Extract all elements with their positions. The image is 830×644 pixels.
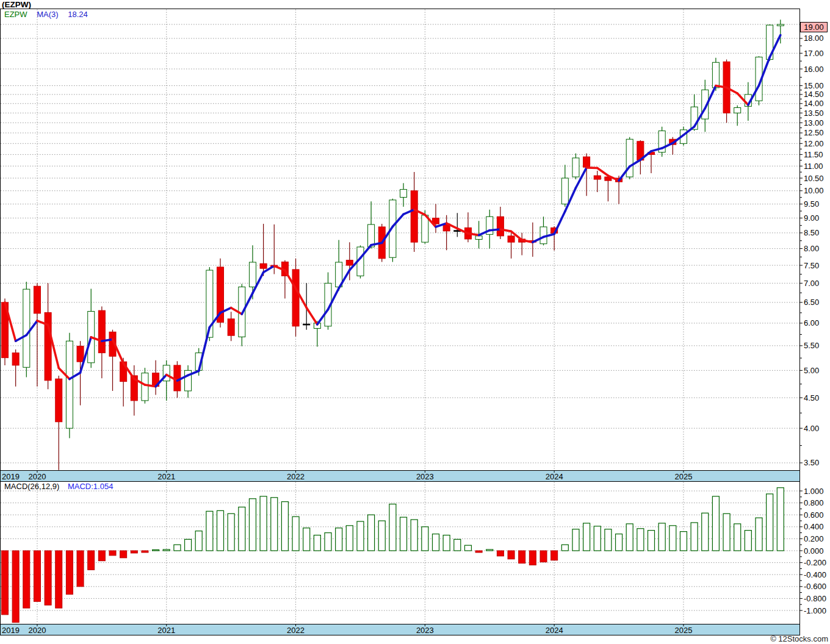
macd-bar-negative bbox=[519, 551, 525, 564]
macd-bar-positive bbox=[605, 529, 612, 551]
candle-body bbox=[142, 373, 148, 401]
macd-axis-label: -0.200 bbox=[804, 558, 826, 567]
candle-body bbox=[422, 215, 428, 242]
macd-axis-label: 1.000 bbox=[804, 487, 824, 496]
candle-body bbox=[346, 260, 353, 265]
price-legend: EZPW MA(3) 18.24 bbox=[4, 10, 88, 19]
ma3-segment bbox=[586, 168, 597, 168]
price-axis-label: 6.00 bbox=[804, 318, 819, 327]
macd-bar-negative bbox=[475, 551, 482, 553]
price-axis-label: 6.50 bbox=[804, 298, 819, 307]
macd-bar-positive bbox=[594, 526, 601, 551]
macd-bar-negative bbox=[66, 551, 73, 595]
macd-axis-label: 0.200 bbox=[804, 534, 824, 543]
price-axis-label: 15.00 bbox=[804, 81, 824, 90]
macd-bar-positive bbox=[411, 520, 417, 551]
price-axis-label: 16.00 bbox=[804, 65, 824, 74]
macd-bar-positive bbox=[723, 513, 730, 551]
macd-bar-negative bbox=[23, 551, 30, 608]
candle-body bbox=[23, 289, 30, 367]
legend-ma-label: MA(3) bbox=[37, 10, 58, 19]
macd-bar-positive bbox=[249, 499, 256, 551]
macd-bar-negative bbox=[45, 551, 51, 605]
page-title: (EZPW) bbox=[2, 0, 31, 9]
price-axis-label: 14.00 bbox=[804, 99, 824, 108]
price-axis-label: 4.00 bbox=[804, 424, 819, 433]
price-axis-label: 9.50 bbox=[804, 199, 819, 209]
candle-body bbox=[583, 157, 590, 167]
macd-bar-positive bbox=[637, 529, 644, 551]
macd-bar-positive bbox=[195, 531, 202, 551]
macd-bar-positive bbox=[336, 528, 342, 551]
macd-bar-negative bbox=[77, 551, 84, 587]
macd-bar-negative bbox=[120, 551, 127, 558]
macd-bar-positive bbox=[314, 535, 320, 551]
price-axis-label: 14.50 bbox=[804, 90, 824, 99]
macd-bar-positive bbox=[745, 531, 751, 551]
year-label: 2025 bbox=[674, 626, 692, 635]
macd-bar-positive bbox=[626, 524, 633, 551]
candle-body bbox=[292, 270, 299, 326]
candle-body bbox=[734, 108, 741, 113]
macd-bar-negative bbox=[551, 551, 558, 560]
macd-bar-positive bbox=[702, 513, 709, 551]
price-axis-label: 4.50 bbox=[804, 393, 819, 402]
price-axis-label: 18.00 bbox=[804, 34, 824, 43]
macd-bar-positive bbox=[422, 527, 428, 551]
macd-bar-positive bbox=[486, 549, 493, 551]
year-label: 2019 bbox=[2, 626, 20, 635]
candle-body bbox=[497, 216, 503, 236]
price-axis-label: 17.00 bbox=[804, 49, 824, 58]
candle-body bbox=[174, 365, 181, 391]
price-axis-label: 8.50 bbox=[804, 228, 819, 237]
macd-bar-negative bbox=[497, 551, 503, 556]
price-axis-label: 10.50 bbox=[804, 174, 824, 183]
price-axis-label: 10.00 bbox=[804, 186, 824, 195]
macd-bar-positive bbox=[443, 535, 450, 551]
price-axis-label: 13.00 bbox=[804, 118, 824, 127]
ma3-segment bbox=[489, 229, 500, 231]
macd-bar-positive bbox=[389, 504, 396, 551]
year-label: 2024 bbox=[546, 472, 563, 481]
macd-axis-label: -0.400 bbox=[804, 570, 826, 579]
macd-bar-positive bbox=[153, 550, 159, 551]
macd-bar-positive bbox=[680, 532, 687, 551]
macd-bar-positive bbox=[561, 545, 568, 551]
candle-body bbox=[561, 178, 568, 204]
price-axis-label: 3.50 bbox=[804, 458, 819, 467]
macd-bar-positive bbox=[281, 502, 288, 551]
year-label: 2020 bbox=[28, 626, 46, 635]
macd-bar-positive bbox=[228, 513, 234, 551]
candle-body bbox=[45, 313, 51, 381]
year-label: 2023 bbox=[416, 626, 434, 635]
copyright: © 12Stocks.com bbox=[770, 634, 828, 643]
price-axis-label: 9.00 bbox=[804, 213, 819, 223]
macd-bar-negative bbox=[12, 551, 19, 623]
macd-axis-label: -1.000 bbox=[804, 606, 826, 615]
price-axis-label: 7.00 bbox=[804, 279, 819, 288]
macd-bar-negative bbox=[34, 551, 40, 601]
macd-bar-negative bbox=[88, 551, 95, 570]
macd-bar-positive bbox=[648, 531, 655, 551]
candle-body bbox=[475, 236, 482, 240]
price-axis-label: 7.50 bbox=[804, 261, 819, 270]
macd-bar-positive bbox=[712, 496, 719, 551]
candle-body bbox=[260, 263, 267, 268]
legend-macd-label: MACD(26,12,9) bbox=[4, 482, 59, 491]
macd-bar-positive bbox=[616, 534, 622, 551]
legend-symbol: EZPW bbox=[4, 10, 27, 19]
macd-bar-positive bbox=[777, 488, 784, 551]
stock-chart-svg: 19.0018.0017.0016.0015.0014.5014.0013.50… bbox=[0, 0, 830, 644]
macd-bar-positive bbox=[400, 517, 407, 551]
year-label: 2025 bbox=[674, 472, 692, 481]
price-axis-label: 5.00 bbox=[804, 366, 819, 375]
macd-bar-positive bbox=[185, 539, 192, 551]
macd-bar-positive bbox=[271, 498, 278, 551]
macd-bar-negative bbox=[109, 551, 116, 556]
year-label: 2022 bbox=[287, 472, 305, 481]
candle-body bbox=[400, 190, 407, 198]
macd-bar-positive bbox=[239, 507, 245, 551]
macd-bar-positive bbox=[174, 545, 181, 551]
macd-bar-positive bbox=[572, 529, 579, 551]
candle-body bbox=[303, 324, 310, 325]
